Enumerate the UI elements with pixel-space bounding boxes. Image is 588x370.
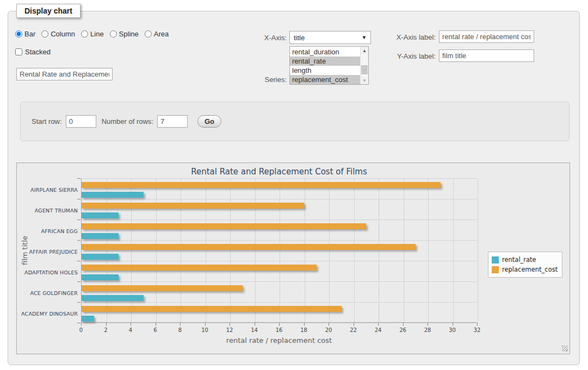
x-tick-label: 18 xyxy=(300,327,307,333)
gridline xyxy=(230,178,231,322)
chart-type-option-area[interactable]: Area xyxy=(145,30,169,38)
series-option-replacement_cost[interactable]: replacement_cost xyxy=(290,75,360,84)
x-axis-select[interactable]: title ▼ xyxy=(289,31,371,44)
x-tick-label: 4 xyxy=(129,327,132,333)
bar-rental_rate xyxy=(82,254,119,260)
y-tick xyxy=(77,261,81,261)
resize-handle-icon[interactable] xyxy=(562,346,568,352)
legend-label: rental_rate xyxy=(502,256,536,264)
stacked-option[interactable]: Stacked xyxy=(15,48,51,56)
bar-replacement_cost xyxy=(82,203,304,209)
series-option-length[interactable]: length xyxy=(290,66,360,75)
chart-type-radio-line[interactable] xyxy=(81,30,88,37)
x-tick-label: 22 xyxy=(350,327,357,333)
chart-type-option-spline[interactable]: Spline xyxy=(110,30,139,38)
chart-legend: rental_ratereplacement_cost xyxy=(488,252,562,278)
gridline xyxy=(305,178,305,322)
chart-type-option-line[interactable]: Line xyxy=(81,30,104,38)
num-rows-input[interactable] xyxy=(157,115,188,128)
x-tick-label: 12 xyxy=(226,327,233,333)
x-tick-label: 30 xyxy=(449,327,456,333)
chart-type-text-bar: Bar xyxy=(24,30,35,38)
series-select-label: Series: xyxy=(234,76,287,84)
gridline xyxy=(82,281,477,282)
bar-replacement_cost xyxy=(82,285,243,291)
x-tick xyxy=(230,323,230,326)
y-tick xyxy=(77,281,81,282)
chart-type-option-bar[interactable]: Bar xyxy=(15,30,35,38)
chart-type-radios: BarColumnLineSplineArea xyxy=(15,30,169,38)
go-button[interactable]: Go xyxy=(197,115,221,128)
y-tick xyxy=(77,178,81,179)
x-tick-label: 8 xyxy=(178,327,182,333)
y-axis-label-input[interactable] xyxy=(439,49,534,62)
gridline xyxy=(82,178,477,179)
x-tick xyxy=(131,323,131,326)
bar-replacement_cost xyxy=(82,223,366,229)
chart-type-radio-area[interactable] xyxy=(145,30,152,37)
stacked-label: Stacked xyxy=(25,48,51,56)
chart-widget: Rental Rate and Replacement Cost of Film… xyxy=(16,162,570,354)
gridline xyxy=(82,199,477,199)
y-tick xyxy=(77,240,81,241)
category-label: AIRPLANE SIERRA xyxy=(18,187,78,193)
legend-item-replacement_cost: replacement_cost xyxy=(492,265,558,274)
plot-area xyxy=(81,178,477,323)
start-row-label: Start row: xyxy=(32,117,62,126)
y-tick xyxy=(77,302,81,303)
bar-replacement_cost xyxy=(82,306,342,312)
chart-type-option-column[interactable]: Column xyxy=(41,30,75,38)
chart-type-text-area: Area xyxy=(154,30,169,38)
x-tick xyxy=(180,323,181,326)
x-tick-label: 0 xyxy=(79,327,83,333)
rows-panel: Start row: Number of rows: Go xyxy=(20,102,570,141)
x-tick xyxy=(354,323,354,326)
gridline xyxy=(379,178,379,322)
x-tick xyxy=(477,323,478,326)
category-label: ADAPTATION HOLES xyxy=(18,269,78,275)
num-rows-label: Number of rows: xyxy=(102,117,153,126)
gridline xyxy=(181,178,181,322)
chart-type-radio-bar[interactable] xyxy=(15,30,22,37)
bar-rental_rate xyxy=(82,192,144,198)
gridline xyxy=(453,178,454,322)
bar-replacement_cost xyxy=(82,182,441,188)
category-label: AFRICAN EGG xyxy=(18,228,78,234)
x-tick-label: 26 xyxy=(399,327,406,333)
gridline xyxy=(82,302,477,303)
gridline xyxy=(478,178,478,322)
chart-type-radio-column[interactable] xyxy=(41,30,48,37)
page: Display chart BarColumnLineSplineArea St… xyxy=(0,0,588,370)
start-row-input[interactable] xyxy=(66,115,96,128)
chart-type-radio-spline[interactable] xyxy=(110,30,117,37)
chart-title-input[interactable] xyxy=(16,68,113,80)
y-tick xyxy=(77,220,81,220)
series-scrollbar[interactable]: ▲ ▼ xyxy=(360,47,368,84)
scroll-down-icon[interactable]: ▼ xyxy=(361,77,368,84)
x-tick-label: 28 xyxy=(424,327,431,333)
rows-panel-row: Start row: Number of rows: Go xyxy=(32,115,221,128)
x-axis-selected-value: title xyxy=(294,34,305,42)
x-tick xyxy=(279,323,280,326)
series-option-rental_duration[interactable]: rental_duration xyxy=(290,47,360,57)
stacked-checkbox[interactable] xyxy=(15,48,22,55)
category-label: AGENT TRUMAN xyxy=(18,208,78,214)
x-axis-label-input[interactable] xyxy=(439,30,534,43)
scroll-up-icon[interactable]: ▲ xyxy=(361,47,368,54)
gridline xyxy=(354,178,355,322)
category-label: ACADEMY DINOSAUR xyxy=(18,311,78,317)
y-axis-label-label: Y-Axis label: xyxy=(387,52,436,60)
scrollbar-thumb[interactable] xyxy=(361,65,368,74)
bar-rental_rate xyxy=(82,316,94,322)
category-label: AFFAIR PREJUDICE xyxy=(18,249,78,255)
x-tick-label: 10 xyxy=(201,327,208,333)
gridline xyxy=(156,178,157,322)
series-option-rental_rate[interactable]: rental_rate xyxy=(290,57,360,66)
x-tick-label: 6 xyxy=(153,327,157,333)
bar-rental_rate xyxy=(82,295,144,301)
x-tick xyxy=(378,323,379,326)
legend-item-rental_rate: rental_rate xyxy=(492,255,558,265)
series-list: rental_durationrental_ratelengthreplacem… xyxy=(290,47,360,84)
chart-type-text-column: Column xyxy=(51,30,75,38)
gridline xyxy=(428,178,429,322)
